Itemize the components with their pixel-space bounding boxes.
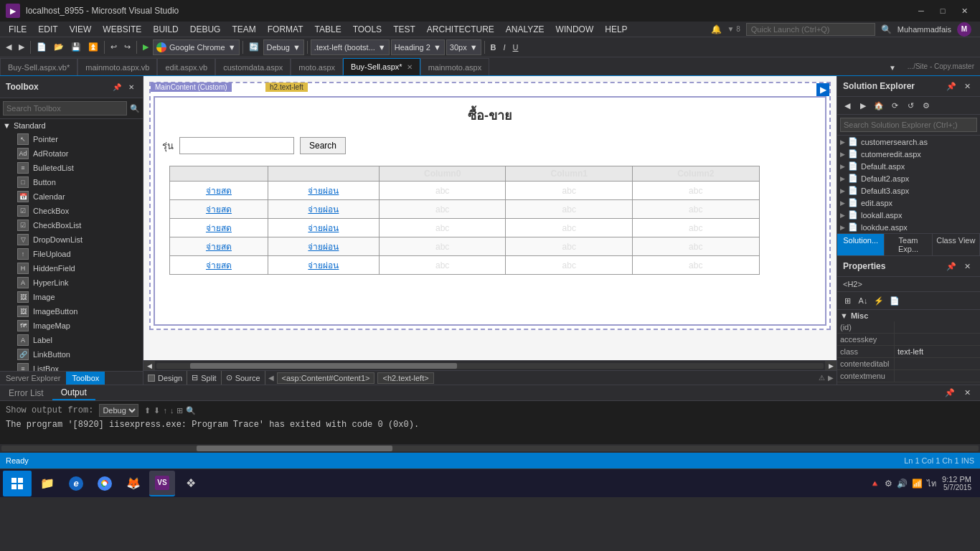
notif-icon-2[interactable]: ▶ <box>828 374 834 382</box>
se-file-edit[interactable]: ▶ 📄 edit.aspx <box>837 197 980 209</box>
toolbox-item-button[interactable]: □ Button <box>0 175 143 189</box>
se-tab-team[interactable]: Team Exp... <box>885 234 932 255</box>
forward-btn[interactable]: ▶ <box>16 39 27 55</box>
tab-close-icon[interactable]: ✕ <box>407 63 413 71</box>
close-btn[interactable]: ✕ <box>954 4 974 18</box>
design-btn[interactable]: Design <box>143 371 187 385</box>
breadcrumb-arrow-left[interactable]: ◀ <box>268 374 274 382</box>
toolbox-item-listbox[interactable]: ≡ ListBox <box>0 362 143 371</box>
menu-view[interactable]: VIEW <box>64 23 98 36</box>
toolbox-standard-group[interactable]: ▼ Standard <box>0 119 143 132</box>
se-file-customersearch[interactable]: ▶ 📄 customersearch.as <box>837 136 980 148</box>
taskbar-vs[interactable]: VS <box>149 471 175 496</box>
split-btn[interactable]: ⊟ Split <box>187 371 221 385</box>
props-alphabetical-btn[interactable]: A↓ <box>856 293 870 308</box>
prop-value-contenteditabl[interactable] <box>895 358 980 369</box>
se-settings-btn[interactable]: ⚙ <box>919 98 933 113</box>
source-btn[interactable]: ⊙ Source <box>222 371 265 385</box>
toolbox-item-imagebutton[interactable]: 🖼 ImageButton <box>0 304 143 319</box>
minimize-btn[interactable]: ─ <box>911 4 931 18</box>
pay-cash-4[interactable]: จ่ายสด <box>170 237 268 256</box>
output-clear-btn[interactable]: ⬆ <box>144 406 151 415</box>
bottom-scrollbar[interactable] <box>0 444 980 453</box>
toolbox-item-linkbutton[interactable]: 🔗 LinkButton <box>0 347 143 362</box>
maximize-btn[interactable]: □ <box>933 4 953 18</box>
toolbox-item-bulletedlist[interactable]: ≡ BulletedList <box>0 161 143 175</box>
menu-architecture[interactable]: ARCHITECTURE <box>421 23 500 36</box>
menu-table[interactable]: TABLE <box>309 23 347 36</box>
props-pin-btn[interactable]: 📌 <box>944 259 958 273</box>
tray-volume-icon[interactable]: 🔊 <box>897 479 908 489</box>
underline-btn[interactable]: U <box>510 39 522 55</box>
se-file-lookdue[interactable]: ▶ 📄 lookdue.aspx <box>837 221 980 233</box>
prop-value-accesskey[interactable] <box>895 334 980 345</box>
menu-help[interactable]: HELP <box>599 23 633 36</box>
pay-install-1[interactable]: จ่ายผ่อน <box>268 182 379 200</box>
props-events-btn[interactable]: ⚡ <box>872 293 886 308</box>
bottom-scroll-track[interactable] <box>1 446 979 451</box>
output-word-wrap-btn[interactable]: ↓ <box>170 406 174 415</box>
toolbox-pin-btn[interactable]: 📌 <box>110 79 124 95</box>
output-indent-btn[interactable]: ⊞ <box>176 406 183 415</box>
menu-window[interactable]: WINDOW <box>550 23 600 36</box>
props-categorized-btn[interactable]: ⊞ <box>840 293 854 308</box>
scroll-right-btn[interactable]: ▶ <box>825 361 837 371</box>
toolbox-item-label[interactable]: A Label <box>0 333 143 347</box>
se-file-default2[interactable]: ▶ 📄 Default2.aspx <box>837 172 980 184</box>
se-search-input[interactable] <box>840 118 977 132</box>
props-misc-group[interactable]: ▼ Misc <box>837 310 980 321</box>
tray-network2-icon[interactable]: 📶 <box>912 479 923 489</box>
tab-buy-sell-vb[interactable]: Buy-Sell.aspx.vb* <box>0 58 77 75</box>
se-file-lookall[interactable]: ▶ 📄 lookall.aspx <box>837 209 980 221</box>
toolbox-item-dropdownlist[interactable]: ▽ DropDownList <box>0 232 143 247</box>
style-dropdown[interactable]: .text-left (bootst... ▼ <box>311 39 390 55</box>
menu-team[interactable]: TEAM <box>226 23 261 36</box>
menu-format[interactable]: FORMAT <box>262 23 309 36</box>
refresh-btn[interactable]: 🔄 <box>246 39 262 55</box>
tab-customdata[interactable]: customdata.aspx <box>215 58 291 75</box>
quick-launch-input[interactable] <box>746 23 875 36</box>
menu-analyze[interactable]: ANALYZE <box>500 23 550 36</box>
toolbox-tab[interactable]: Toolbox <box>66 372 105 385</box>
menu-tools[interactable]: TOOLS <box>347 23 387 36</box>
se-file-default3[interactable]: ▶ 📄 Default3.aspx <box>837 184 980 197</box>
new-btn[interactable]: 📄 <box>34 39 50 55</box>
se-sync-btn[interactable]: ⟳ <box>887 98 902 113</box>
se-close-btn[interactable]: ✕ <box>960 79 974 93</box>
scroll-right-btn[interactable]: ▶ <box>816 83 829 96</box>
se-back-btn[interactable]: ◀ <box>840 98 854 113</box>
pay-cash-1[interactable]: จ่ายสด <box>170 182 268 200</box>
menu-file[interactable]: FILE <box>3 23 32 36</box>
pay-cash-2[interactable]: จ่ายสด <box>170 200 268 219</box>
se-file-cutomeredit[interactable]: ▶ 📄 cutomeredit.aspx <box>837 148 980 160</box>
h-scrollbar[interactable]: ◀ ▶ <box>143 360 837 370</box>
search-button[interactable]: Search <box>300 137 346 154</box>
output-settings-btn[interactable]: ↑ <box>163 406 167 415</box>
tab-mainmoto-vb[interactable]: mainmoto.aspx.vb <box>77 58 157 75</box>
prop-value-id[interactable] <box>895 321 980 333</box>
output-copy-btn[interactable]: ⬇ <box>154 406 160 415</box>
taskbar-firefox[interactable]: 🦊 <box>121 471 146 496</box>
se-refresh-btn[interactable]: ↺ <box>903 98 918 113</box>
browser-dropdown[interactable]: Google Chrome ▼ <box>153 39 240 55</box>
toolbox-close-btn[interactable]: ✕ <box>126 79 137 95</box>
tab-mainmoto-aspx[interactable]: mainmoto.aspx <box>420 58 490 75</box>
taskbar-chrome[interactable] <box>92 471 118 496</box>
pay-install-3[interactable]: จ่ายผ่อน <box>268 219 379 237</box>
toolbox-item-checkbox[interactable]: ☑ CheckBox <box>0 204 143 218</box>
se-forward-btn[interactable]: ▶ <box>856 98 870 113</box>
clock-display[interactable]: 9:12 PM 5/7/2015 <box>942 475 971 491</box>
debug-dropdown[interactable]: Debug ▼ <box>263 39 304 55</box>
tab-overflow-btn[interactable]: ▼ <box>886 60 899 75</box>
back-btn[interactable]: ◀ <box>3 39 14 55</box>
bold-btn[interactable]: B <box>488 39 499 55</box>
undo-btn[interactable]: ↩ <box>108 39 120 55</box>
bottom-tab-errorlist[interactable]: Error List <box>0 385 52 400</box>
save-all-btn[interactable]: ⏫ <box>85 39 101 55</box>
menu-test[interactable]: TEST <box>387 23 421 36</box>
se-home-btn[interactable]: 🏠 <box>872 98 886 113</box>
tab-buy-sell-aspx[interactable]: Buy-Sell.aspx* ✕ <box>343 58 420 75</box>
se-file-default[interactable]: ▶ 📄 Default.aspx <box>837 160 980 172</box>
run-btn[interactable]: ▶ <box>140 39 151 55</box>
se-tab-classview[interactable]: Class View <box>933 234 980 255</box>
